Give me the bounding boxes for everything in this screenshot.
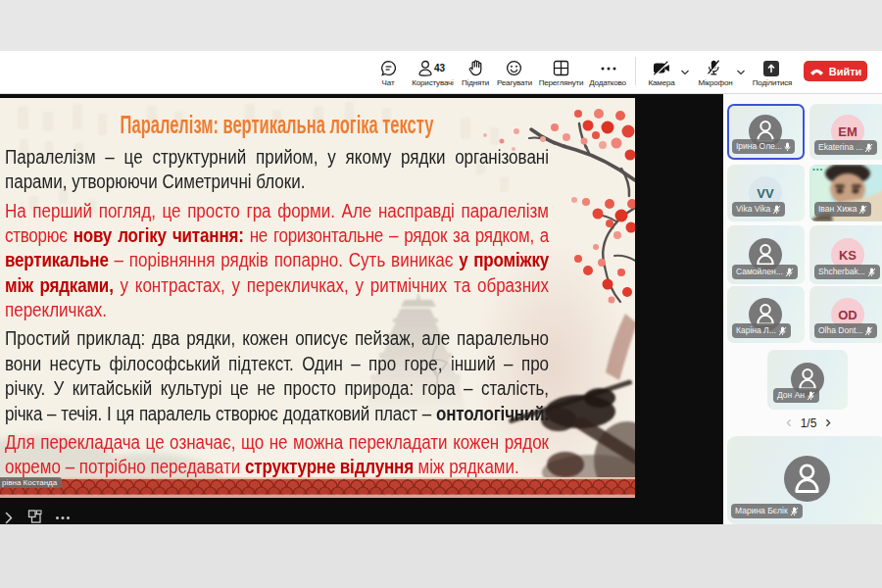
svg-text:43: 43 (434, 63, 446, 74)
